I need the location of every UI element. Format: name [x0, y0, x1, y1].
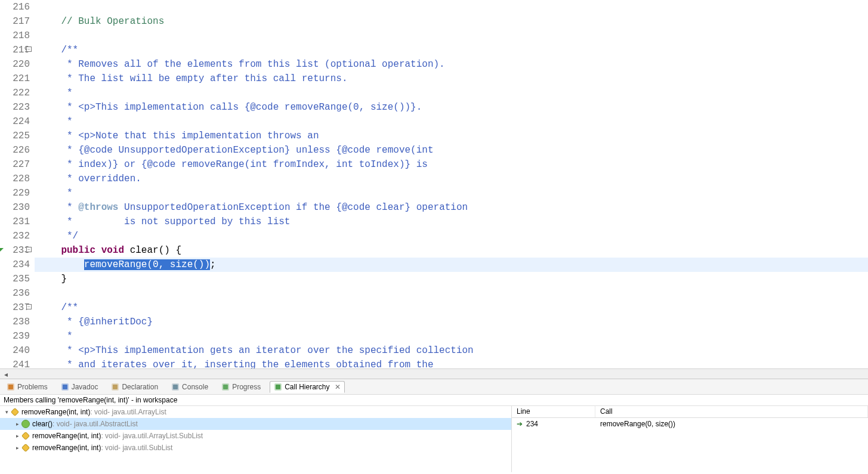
code-line[interactable]: * is not supported by this list: [35, 215, 868, 229]
declaration-icon: [111, 383, 119, 391]
tree-item[interactable]: ▾removeRange(int, int) : void - java.uti…: [0, 406, 511, 418]
fold-toggle-icon[interactable]: −: [26, 304, 32, 309]
code-line[interactable]: * <p>Note that this implementation throw…: [35, 129, 868, 143]
line-number[interactable]: 216: [0, 0, 30, 14]
code-line[interactable]: *: [35, 114, 868, 129]
line-number[interactable]: 235: [0, 272, 30, 286]
line-number[interactable]: 232: [0, 229, 30, 243]
line-number[interactable]: 220: [0, 57, 30, 72]
console-icon: [171, 383, 180, 391]
line-number[interactable]: 219−: [0, 43, 30, 57]
line-number[interactable]: 218: [0, 29, 30, 43]
line-number[interactable]: 231: [0, 215, 30, 229]
line-number[interactable]: 234: [0, 258, 30, 272]
declaring-type: - java.util.ArrayList: [107, 408, 166, 416]
return-type: : void: [90, 408, 107, 416]
code-line[interactable]: removeRange(0, size());: [35, 258, 868, 272]
line-number[interactable]: 226: [0, 143, 30, 157]
expand-icon[interactable]: ▸: [13, 444, 21, 452]
line-number[interactable]: 224: [0, 114, 30, 129]
code-line[interactable]: * The list will be empty after this call…: [35, 72, 868, 86]
declaring-type: - java.util.ArrayList.SubList: [118, 432, 203, 440]
line-number[interactable]: 233−: [0, 243, 30, 258]
code-line[interactable]: }: [35, 272, 868, 286]
code-line[interactable]: * and iterates over it, inserting the el…: [35, 358, 868, 368]
code-line[interactable]: // Bulk Operations: [35, 14, 868, 29]
column-header-line[interactable]: Line: [512, 406, 595, 417]
code-line[interactable]: * @throws UnsupportedOperationException …: [35, 200, 868, 215]
line-number[interactable]: 230: [0, 200, 30, 215]
line-number[interactable]: 223: [0, 100, 30, 114]
method-name: removeRange(int, int): [32, 444, 101, 452]
declaring-type: - java.util.AbstractList: [70, 420, 138, 428]
line-number[interactable]: 238: [0, 315, 30, 329]
tree-item[interactable]: ▸removeRange(int, int) : void - java.uti…: [0, 430, 511, 442]
line-number[interactable]: 239: [0, 329, 30, 343]
tab-javadoc[interactable]: Javadoc: [57, 381, 103, 393]
line-number[interactable]: 227: [0, 157, 30, 172]
selected-text[interactable]: removeRange(0, size()): [84, 259, 210, 270]
tab-label: Progress: [232, 383, 261, 391]
protected-method-icon: [21, 432, 30, 440]
protected-method-icon: [11, 408, 19, 416]
code-line[interactable]: [35, 29, 868, 43]
line-number[interactable]: 237−: [0, 300, 30, 315]
line-number[interactable]: 240: [0, 343, 30, 358]
line-number-gutter[interactable]: 216217218219−220221222223224225226227228…: [0, 0, 35, 368]
svg-rect-11: [276, 385, 280, 389]
tab-label: Problems: [17, 383, 48, 391]
svg-rect-5: [113, 385, 118, 389]
code-line[interactable]: [35, 286, 868, 300]
tab-progress[interactable]: Progress: [217, 381, 265, 393]
line-number[interactable]: 221: [0, 72, 30, 86]
line-number[interactable]: 228: [0, 172, 30, 186]
line-number[interactable]: 241: [0, 358, 30, 368]
tree-item[interactable]: ▸clear() : void - java.util.AbstractList: [0, 418, 511, 430]
scroll-left-icon[interactable]: ◂: [1, 370, 10, 378]
code-line[interactable]: * <p>This implementation gets an iterato…: [35, 343, 868, 358]
expand-icon[interactable]: ▸: [13, 432, 21, 440]
expand-icon[interactable]: ▸: [13, 420, 21, 428]
code-line[interactable]: * {@code UnsupportedOperationException} …: [35, 143, 868, 157]
code-line[interactable]: * {@inheritDoc}: [35, 315, 868, 329]
line-number[interactable]: 225: [0, 129, 30, 143]
callhierarchy-icon: [274, 383, 282, 391]
tree-item[interactable]: ▸removeRange(int, int) : void - java.uti…: [0, 442, 511, 454]
call-row[interactable]: ➔234removeRange(0, size()): [512, 418, 868, 430]
tab-declaration[interactable]: Declaration: [107, 381, 162, 393]
fold-toggle-icon[interactable]: −: [26, 247, 32, 252]
method-name: removeRange(int, int): [32, 432, 101, 440]
code-line[interactable]: * index)} or {@code removeRange(int from…: [35, 157, 868, 172]
tab-problems[interactable]: Problems: [2, 381, 52, 393]
code-editor[interactable]: 216217218219−220221222223224225226227228…: [0, 0, 868, 368]
code-line[interactable]: * <p>This implementation calls {@code re…: [35, 100, 868, 114]
horizontal-scrollbar[interactable]: ◂: [0, 368, 868, 379]
line-number[interactable]: 222: [0, 86, 30, 100]
goto-arrow-icon[interactable]: ➔: [517, 420, 523, 428]
line-number[interactable]: 217: [0, 14, 30, 29]
code-line[interactable]: */: [35, 229, 868, 243]
code-line[interactable]: [35, 0, 868, 14]
table-header-row: Line Call: [512, 406, 868, 418]
code-line[interactable]: *: [35, 86, 868, 100]
code-line[interactable]: * Removes all of the elements from this …: [35, 57, 868, 72]
tab-callhierarchy[interactable]: Call Hierarchy✕: [270, 381, 344, 393]
close-icon[interactable]: ✕: [335, 383, 341, 391]
fold-toggle-icon[interactable]: −: [26, 47, 32, 52]
code-line[interactable]: /**: [35, 43, 868, 57]
call-hierarchy-tree[interactable]: ▾removeRange(int, int) : void - java.uti…: [0, 406, 512, 472]
column-header-call[interactable]: Call: [595, 406, 868, 417]
line-number[interactable]: 229: [0, 186, 30, 200]
call-location-table[interactable]: Line Call ➔234removeRange(0, size()): [512, 406, 868, 472]
code-line[interactable]: * overridden.: [35, 172, 868, 186]
line-number[interactable]: 236: [0, 286, 30, 300]
code-text-area[interactable]: // Bulk Operations /** * Removes all of …: [35, 0, 868, 368]
view-tabbar[interactable]: ProblemsJavadocDeclarationConsoleProgres…: [0, 379, 868, 395]
tab-console[interactable]: Console: [167, 381, 212, 393]
code-line[interactable]: *: [35, 186, 868, 200]
code-line[interactable]: public void clear() {: [35, 243, 868, 258]
code-line[interactable]: *: [35, 329, 868, 343]
code-line[interactable]: /**: [35, 300, 868, 315]
override-annotation-icon[interactable]: [0, 248, 4, 253]
collapse-icon[interactable]: ▾: [2, 408, 11, 416]
